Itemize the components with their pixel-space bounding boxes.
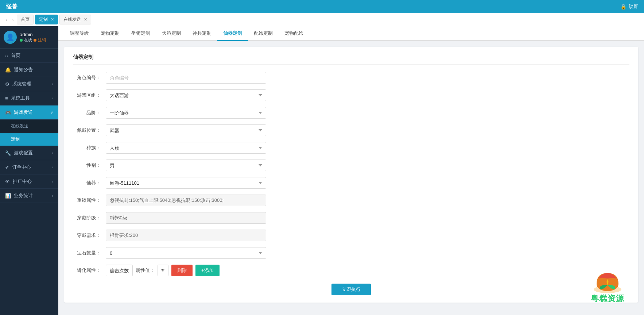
orders-arrow: › (52, 165, 53, 169)
promote-icon: 👁 (5, 179, 10, 184)
row-game-zone: 游戏区组： 大话西游 (73, 89, 629, 101)
row-race: 种族： 人族 (73, 142, 629, 154)
subtab-mount-customize[interactable]: 坐骑定制 (125, 26, 156, 41)
row-cast-attrs: 重铸属性： (73, 195, 629, 206)
tab-home[interactable]: 首页 (17, 15, 34, 24)
sidebar-item-sysmanage-label: 系统管理 (12, 81, 31, 87)
delete-attr-btn[interactable]: 删除 (171, 265, 193, 276)
select-attr-value[interactable]: 1 (158, 265, 168, 276)
row-equip-position: 佩戴位置： 武器 (73, 124, 629, 136)
sysmanage-icon: ⚙ (5, 81, 9, 87)
sidebar-item-notice[interactable]: 🔔 通知公告 (0, 63, 58, 77)
label-cast-attrs: 重铸属性： (73, 197, 106, 204)
label-equip-position: 佩戴位置： (73, 127, 106, 134)
tab-online-send[interactable]: 在线发送 ✕ (59, 15, 91, 24)
submit-btn[interactable]: 立即执行 (331, 284, 371, 295)
input-character-id[interactable] (106, 72, 266, 84)
main-layout: 👤 admin 在线 注销 ⌂ 首页 🔔 (0, 26, 644, 315)
lock-label[interactable]: 锁屏 (629, 3, 638, 10)
row-fairy-weapon: 仙器： 幽游-5111101 (73, 177, 629, 189)
tab-customize[interactable]: 定制 ✕ (35, 15, 58, 24)
form-card: 仙器定制 角色编号： 游戏区组： 大话西游 品阶： 一 (64, 47, 638, 303)
orders-icon: ✔ (5, 165, 9, 170)
sidebar-item-sysmanage[interactable]: ⚙ 系统管理 › (0, 77, 58, 91)
nav-forward-btn[interactable]: › (11, 16, 15, 23)
gamesend-arrow: ∨ (50, 110, 53, 115)
avatar: 👤 (4, 31, 17, 44)
label-wear-require: 穿戴需求： (73, 232, 106, 239)
label-race: 种族： (73, 145, 106, 151)
status-online: 在线 (24, 37, 32, 43)
sidebar-item-home-label: 首页 (11, 52, 20, 59)
sidebar-subitem-online-send[interactable]: 在线发送 (0, 120, 58, 133)
lock-icon: 🔒 (620, 4, 626, 9)
sidebar-item-orders-label: 订单中心 (12, 164, 31, 170)
sidebar-subitem-customize[interactable]: 定制 (0, 133, 58, 146)
content-area: 调整等级 宠物定制 坐骑定制 天策定制 神兵定制 仙器定制 配饰定制 宠物配饰 … (58, 26, 644, 315)
form-title: 仙器定制 (73, 54, 629, 65)
label-gem-count: 宝石数量： (73, 250, 106, 256)
app-title: 怪兽 (6, 3, 18, 11)
topbar: 怪兽 🔒 锁屏 (0, 0, 644, 13)
row-wear-require: 穿戴需求： (73, 230, 629, 241)
sidebar-item-gamesend[interactable]: 🎮 游戏发送 ∨ (0, 105, 58, 120)
sidebar-item-orders[interactable]: ✔ 订单中心 › (0, 160, 58, 174)
attr-value-label: 属性值： (136, 267, 155, 274)
nav-back-btn[interactable]: ‹ (4, 16, 9, 23)
tab-customize-close[interactable]: ✕ (51, 17, 54, 22)
select-gem-count[interactable]: 0 (106, 247, 266, 259)
subtab-adjust-level[interactable]: 调整等级 (64, 26, 95, 41)
tab-online-send-close[interactable]: ✕ (84, 17, 87, 22)
sidebar-user: 👤 admin 在线 注销 (0, 26, 58, 49)
row-gender: 性别： 男 (73, 160, 629, 171)
row-character-id: 角色编号： (73, 72, 629, 84)
tab-home-label: 首页 (21, 16, 30, 23)
select-gender[interactable]: 男 (106, 160, 266, 171)
online-dot (20, 39, 23, 42)
subtab-fairy-weapon[interactable]: 仙器定制 (217, 26, 248, 41)
forge-attr-controls: 连击次数 属性值： 1 删除 +添加 (106, 265, 220, 276)
username: admin (20, 32, 46, 37)
user-info: admin 在线 注销 (20, 32, 46, 43)
subtab-shenbing-customize[interactable]: 神兵定制 (187, 26, 217, 41)
select-grade[interactable]: 一阶仙器 (106, 107, 266, 119)
input-wear-require[interactable] (106, 230, 266, 241)
sidebar-item-promote[interactable]: 👁 推广中心 › (0, 174, 58, 189)
subtab-pet-customize[interactable]: 宠物定制 (95, 26, 125, 41)
select-game-zone[interactable]: 大话西游 (106, 89, 266, 101)
input-cast-attrs[interactable] (106, 195, 266, 206)
select-attr-type[interactable]: 连击次数 (106, 265, 133, 276)
systool-arrow: › (52, 96, 53, 100)
sidebar-item-gameconfig[interactable]: 🔧 游戏配置 › (0, 146, 58, 160)
sidebar-menu: ⌂ 首页 🔔 通知公告 ⚙ 系统管理 › ≡ 系统 (0, 49, 58, 315)
user-status: 在线 注销 (20, 37, 46, 43)
systool-icon: ≡ (5, 96, 8, 101)
subtab-accessory-customize[interactable]: 配饰定制 (248, 26, 279, 41)
sysmanage-arrow: › (52, 82, 53, 86)
tabbar: ‹ › 首页 定制 ✕ 在线发送 ✕ (0, 13, 644, 26)
gameconfig-icon: 🔧 (5, 150, 11, 156)
gameconfig-arrow: › (52, 151, 53, 155)
submit-row: 立即执行 (73, 284, 629, 295)
label-forge-attr: 矫化属性： (73, 267, 106, 274)
select-race[interactable]: 人族 (106, 142, 266, 154)
bizstats-icon: 📊 (5, 193, 11, 199)
subtab-tianze-customize[interactable]: 天策定制 (156, 26, 187, 41)
sidebar-item-gameconfig-label: 游戏配置 (14, 150, 33, 156)
label-character-id: 角色编号： (73, 74, 106, 81)
sidebar-item-home[interactable]: ⌂ 首页 (0, 49, 58, 63)
input-wear-level[interactable] (106, 212, 266, 224)
sidebar-item-bizstats[interactable]: 📊 业务统计 › (0, 189, 58, 203)
row-forge-attr: 矫化属性： 连击次数 属性值： 1 删除 +添加 (73, 265, 629, 276)
select-equip-position[interactable]: 武器 (106, 124, 266, 136)
status-role[interactable]: 注销 (38, 37, 46, 43)
notice-icon: 🔔 (5, 67, 11, 73)
select-fairy-weapon[interactable]: 幽游-5111101 (106, 177, 266, 189)
subtab-pet-accessory[interactable]: 宠物配饰 (279, 26, 309, 41)
tab-online-send-label: 在线发送 (63, 16, 81, 23)
add-attr-btn[interactable]: +添加 (195, 265, 220, 276)
tab-customize-label: 定制 (39, 16, 48, 23)
sidebar-item-systool[interactable]: ≡ 系统工具 › (0, 91, 58, 105)
label-grade: 品阶： (73, 110, 106, 116)
sidebar-item-systool-label: 系统工具 (11, 95, 30, 101)
